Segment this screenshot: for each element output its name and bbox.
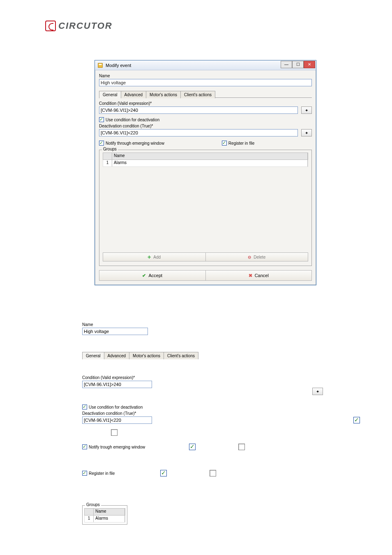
table-row[interactable]: 1 Alarms bbox=[84, 516, 125, 523]
closeup-name-input[interactable] bbox=[82, 328, 148, 335]
groups-legend: Groups bbox=[102, 147, 118, 151]
closeup-tab-clients[interactable]: Client's actions bbox=[164, 352, 198, 359]
condition-input[interactable] bbox=[99, 106, 298, 114]
add-label: Add bbox=[153, 255, 161, 259]
dialog-title: Modify event bbox=[106, 63, 131, 68]
minus-icon: ⊖ bbox=[248, 255, 251, 259]
cancel-label: Cancel bbox=[255, 273, 269, 278]
delete-label: Delete bbox=[254, 255, 265, 259]
closeup-condition-input[interactable] bbox=[82, 381, 152, 388]
deactivation-label: Deactivation condition (True)* bbox=[99, 124, 312, 128]
use-deactivation-label: Use condition for deactivation bbox=[106, 118, 159, 122]
condition-label: Condition (Valid expression)* bbox=[99, 101, 312, 106]
closeup-groups-fieldset: Groups Name 1 Alarms bbox=[82, 505, 127, 525]
use-deactivation-checkbox[interactable] bbox=[99, 117, 104, 122]
closeup-use-deact-label: Use condition for deactivation bbox=[89, 405, 143, 409]
closeup-deact-label: Deactivation condition (True)* bbox=[82, 411, 386, 416]
closeup-tabs: General Advanced Motor's actions Client'… bbox=[82, 352, 386, 359]
closeup-row-num: 1 bbox=[85, 516, 94, 522]
closeup-notify-unchecked-sample[interactable] bbox=[238, 444, 245, 450]
closeup-notify-checkbox[interactable] bbox=[82, 444, 87, 449]
closeup-register-checked-sample[interactable] bbox=[160, 470, 167, 476]
svg-rect-1 bbox=[99, 64, 102, 65]
closeup-name-label: Name bbox=[82, 322, 386, 327]
delete-group-button[interactable]: ⊖ Delete bbox=[206, 252, 309, 261]
wand-icon: ✦ bbox=[305, 131, 308, 135]
closeup-register-checkbox[interactable] bbox=[82, 471, 87, 476]
closeup-deact-spare-checkbox-checked[interactable] bbox=[353, 417, 360, 423]
table-row[interactable]: 1 Alarms bbox=[103, 160, 308, 167]
groups-col-rownum bbox=[103, 153, 112, 160]
closeup-notify-label: Notify trough emerging window bbox=[89, 445, 145, 449]
closeup-notify-checked-sample[interactable] bbox=[189, 444, 196, 450]
logo-mark-icon bbox=[45, 21, 56, 31]
cross-icon: ✖ bbox=[249, 273, 252, 278]
notify-checkbox[interactable] bbox=[99, 141, 104, 146]
name-input[interactable] bbox=[99, 79, 312, 86]
tabs: General Advanced Motor's actions Client'… bbox=[99, 90, 312, 98]
closeup-tab-motors[interactable]: Motor's actions bbox=[129, 352, 164, 359]
accept-button[interactable]: ✔ Accept bbox=[99, 270, 206, 281]
condition-wizard-button[interactable]: ✦ bbox=[301, 106, 312, 114]
closeup-deact-input[interactable] bbox=[82, 416, 152, 424]
minimize-button[interactable]: — bbox=[281, 61, 292, 68]
register-checkbox[interactable] bbox=[222, 141, 227, 146]
modify-event-dialog: Modify event — ☐ ✕ Name General Advanced… bbox=[95, 60, 316, 285]
deactivation-wizard-button[interactable]: ✦ bbox=[301, 129, 312, 136]
closeup-register-label: Register in file bbox=[89, 471, 115, 476]
tab-advanced[interactable]: Advanced bbox=[121, 91, 146, 98]
closeup-row-name: Alarms bbox=[94, 516, 125, 522]
closeup-condition-label: Condition (Valid expression)* bbox=[82, 375, 386, 380]
closeup-use-deact-checkbox[interactable] bbox=[82, 405, 87, 409]
closeup-deact-spare-checkbox-unchecked[interactable] bbox=[111, 429, 118, 436]
name-label: Name bbox=[99, 74, 312, 78]
groups-col-name: Name bbox=[112, 153, 308, 160]
check-icon: ✔ bbox=[142, 273, 146, 278]
wand-icon: ✦ bbox=[316, 389, 319, 394]
add-group-button[interactable]: ✚ Add bbox=[103, 252, 206, 261]
maximize-button[interactable]: ☐ bbox=[292, 61, 304, 68]
brand-logo: CIRCUTOR bbox=[45, 21, 367, 31]
closeup-col-rownum bbox=[85, 509, 94, 515]
close-button[interactable]: ✕ bbox=[304, 61, 315, 68]
wand-icon: ✦ bbox=[305, 108, 308, 113]
tab-motors-actions[interactable]: Motor's actions bbox=[146, 91, 181, 98]
tab-clients-actions[interactable]: Client's actions bbox=[180, 91, 215, 98]
register-label: Register in file bbox=[228, 141, 254, 146]
notify-label: Notify through emerging window bbox=[106, 141, 164, 146]
closeup-register-unchecked-sample[interactable] bbox=[210, 470, 216, 476]
closeup-groups-header: Name bbox=[84, 508, 125, 516]
brand-name: CIRCUTOR bbox=[58, 21, 113, 31]
dialog-titlebar[interactable]: Modify event — ☐ ✕ bbox=[95, 60, 316, 70]
closeup-tab-advanced[interactable]: Advanced bbox=[104, 352, 129, 359]
group-row-name: Alarms bbox=[112, 160, 308, 166]
closeup-tab-general[interactable]: General bbox=[82, 352, 104, 359]
deactivation-input[interactable] bbox=[99, 129, 298, 136]
closeup-condition-wizard-button[interactable]: ✦ bbox=[312, 388, 323, 395]
closeup-groups-legend: Groups bbox=[85, 502, 101, 507]
tab-general[interactable]: General bbox=[99, 91, 121, 98]
app-icon bbox=[97, 62, 103, 68]
svg-rect-0 bbox=[98, 63, 103, 67]
accept-label: Accept bbox=[148, 273, 162, 278]
group-row-num: 1 bbox=[103, 160, 112, 166]
groups-grid-header: Name bbox=[103, 153, 308, 160]
plus-icon: ✚ bbox=[148, 255, 151, 259]
groups-fieldset: Groups Name 1 Alarms ✚ Add ⊖ bbox=[99, 150, 312, 266]
cancel-button[interactable]: ✖ Cancel bbox=[206, 270, 312, 281]
closeup-col-name: Name bbox=[94, 509, 125, 515]
